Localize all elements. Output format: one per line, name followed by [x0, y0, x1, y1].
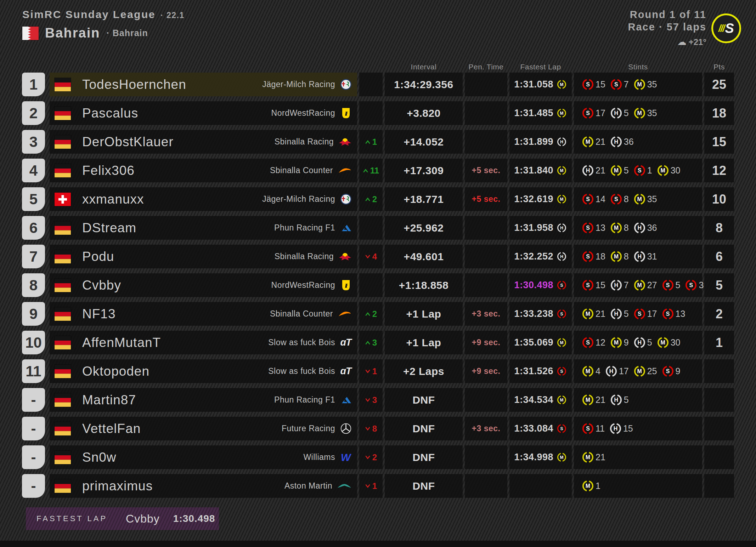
interval-value: +1 Lap — [406, 308, 441, 320]
driver-name: Felix306 — [82, 163, 270, 178]
position-gain-icon: 2 — [365, 194, 377, 204]
stints-cell: S15S7M35 — [574, 73, 702, 96]
fastest-lap-time: 1:31.899 — [514, 136, 553, 147]
result-row[interactable]: -Sn0wWilliamsW2DNF1:34.998MM21 — [0, 445, 756, 469]
team-name: Phun Racing F1 — [274, 223, 335, 233]
stint-laps: 21 — [596, 452, 605, 462]
team-logo-red-bull-icon — [339, 137, 351, 147]
stint-laps: 12 — [596, 337, 605, 348]
stints-cell: S11H15 — [574, 417, 702, 440]
points-value: 8 — [716, 221, 723, 235]
stint-laps: 5 — [624, 165, 629, 176]
stint: M25 — [634, 366, 657, 377]
stint-tire-M-icon: M — [582, 480, 593, 491]
position-change-value: 4 — [372, 252, 377, 262]
stint: M4 — [582, 366, 600, 377]
position-loss-icon: 1 — [365, 366, 377, 376]
team-name: NordWestRacing — [271, 108, 335, 118]
result-row[interactable]: -primaximusAston Martin1DNFM1 — [0, 474, 756, 498]
stint-laps: 36 — [624, 137, 634, 147]
result-row[interactable]: -VettelFanFuture Racing8DNF+3 sec.1:33.0… — [0, 417, 756, 440]
result-row[interactable]: 6DStreamPhun Racing F1+25.9621:31.958HS1… — [0, 216, 756, 240]
points-cell: 6 — [704, 245, 734, 268]
result-row[interactable]: 4Felix306Sbinalla Counter11+17.309+5 sec… — [0, 159, 756, 182]
points-cell — [704, 359, 734, 383]
stint-laps: 17 — [619, 366, 629, 376]
position-loss-icon: 8 — [365, 424, 377, 434]
stints-cell: M21H5S17S13 — [574, 302, 702, 326]
result-row[interactable]: 9NF13Sbinalla Counter2+1 Lap+3 sec.1:33.… — [0, 302, 756, 326]
stint-laps: 4 — [596, 366, 600, 376]
team-logo-alfa-romeo-icon — [340, 194, 351, 205]
stint-tire-H-icon: H — [634, 251, 645, 262]
position-badge: - — [22, 445, 45, 469]
driver-name: TodesHoernchen — [82, 77, 262, 92]
result-row[interactable]: 1TodesHoernchenJäger-Milch Racing1:34:29… — [0, 73, 756, 96]
stint-laps: 9 — [676, 366, 681, 376]
stint-tire-M-icon: M — [634, 280, 645, 291]
stint-tire-M-icon: M — [658, 165, 668, 176]
stint-tire-H-icon: H — [582, 165, 593, 176]
driver-cell: primaximusAston Martin — [50, 474, 357, 498]
stints-cell: S14S8M35 — [574, 187, 702, 211]
result-row[interactable]: 11OktopodenSlow as fuck BoisɑT1+2 Laps+9… — [0, 359, 756, 383]
position-badge: 2 — [22, 101, 45, 125]
stint-laps: 8 — [624, 194, 629, 204]
stint-tire-M-icon: M — [582, 452, 593, 463]
cloud-icon: ☁ — [677, 36, 687, 47]
fastest-lap-cell — [509, 474, 572, 498]
stint-laps: 15 — [596, 79, 605, 90]
interval-value: DNF — [412, 451, 435, 463]
position-change-cell — [359, 273, 383, 297]
driver-name: Sn0w — [82, 450, 303, 465]
stint: S5 — [662, 280, 681, 291]
penalty-cell — [465, 474, 507, 498]
stint-tire-M-icon: M — [634, 366, 645, 377]
penalty-cell — [465, 101, 507, 125]
result-row[interactable]: 8CvbbyNordWestRacing+1:18.8581:30.498SS1… — [0, 273, 756, 297]
result-row[interactable]: 10AffenMutanTSlow as fuck BoisɑT3+1 Lap+… — [0, 331, 756, 354]
fastest-lap-cell: 1:35.069M — [509, 331, 572, 354]
driver-cell: AffenMutanTSlow as fuck BoisɑT — [50, 331, 357, 354]
stint-laps: 30 — [671, 337, 681, 348]
stint: S3 — [686, 280, 704, 291]
stint: M30 — [658, 337, 681, 348]
germany-flag-icon — [55, 107, 71, 120]
stint: M21 — [582, 452, 605, 463]
stint: S15 — [582, 280, 605, 291]
stint-tire-H-icon: H — [634, 222, 645, 233]
stint-laps: 35 — [647, 79, 657, 90]
team-logo-aston-martin-icon — [337, 483, 351, 489]
league-logo: ///S — [711, 13, 741, 43]
fastest-lap-cell: 1:31.899H — [509, 130, 572, 154]
stint-tire-M-icon: M — [611, 222, 622, 233]
interval-cell: +17.309 — [385, 159, 463, 182]
position-change-value: 2 — [372, 309, 377, 319]
stint: S13 — [582, 222, 605, 233]
stint-tire-S-icon: S — [582, 194, 593, 205]
position-badge: 4 — [22, 159, 45, 182]
driver-cell: PoduSbinalla Racing — [50, 245, 357, 268]
result-row[interactable]: -Martin87Phun Racing F13DNF1:34.534MM21H… — [0, 388, 756, 412]
result-row[interactable]: 5xxmanuxxJäger-Milch Racing2+18.771+5 se… — [0, 187, 756, 211]
driver-name: VettelFan — [82, 421, 282, 436]
result-row[interactable]: 7PoduSbinalla Racing4+49.6011:32.252HS18… — [0, 245, 756, 268]
fastest-lap-time: 1:34.534 — [514, 394, 553, 405]
stint: M21 — [582, 394, 605, 405]
interval-value: +1 Lap — [406, 337, 441, 349]
position-badge: - — [22, 388, 45, 412]
stint-tire-S-icon: S — [634, 308, 645, 319]
fastest-lap-time: 1:31.958 — [514, 222, 553, 233]
stint-laps: 21 — [596, 395, 605, 405]
stint-laps: 9 — [624, 337, 629, 348]
stint-tire-M-icon: M — [611, 165, 622, 176]
points-cell: 8 — [704, 216, 734, 240]
stint-laps: 1 — [596, 481, 600, 491]
position-badge: 1 — [22, 73, 45, 96]
position-change-value: 1 — [372, 137, 377, 147]
result-row[interactable]: 3DerObstKlauerSbinalla Racing1+14.0521:3… — [0, 130, 756, 154]
fastest-lap-cell: 1:31.485M — [509, 101, 572, 125]
stint: M35 — [634, 79, 657, 90]
team-logo-williams-icon: W — [340, 451, 351, 463]
result-row[interactable]: 2PascalusNordWestRacing+3.8201:31.485MS1… — [0, 101, 756, 125]
